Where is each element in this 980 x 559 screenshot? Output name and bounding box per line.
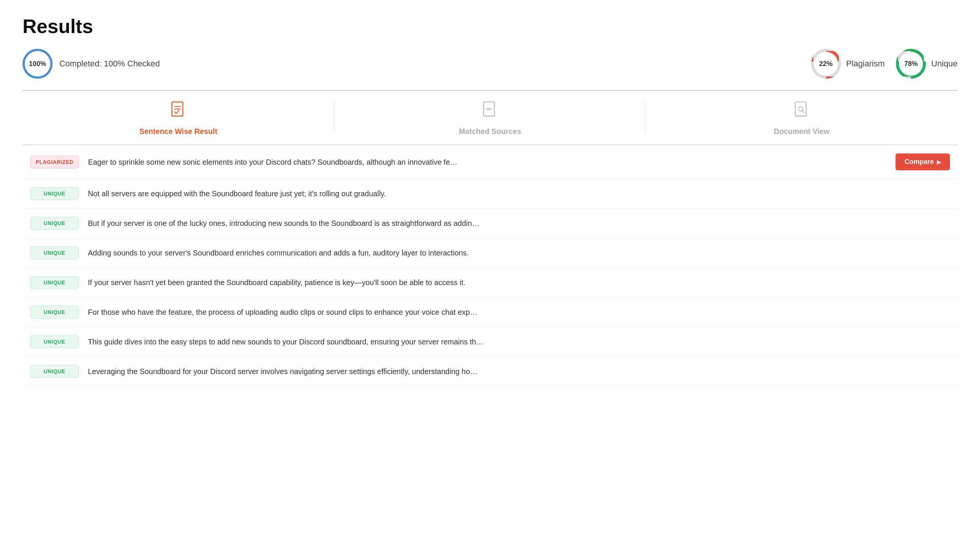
result-text: Eager to sprinkle some new sonic element… bbox=[88, 156, 887, 168]
plagiarism-circle: 22% bbox=[811, 49, 841, 79]
plagiarism-stat: 22% Plagiarism bbox=[811, 49, 885, 79]
result-text: But if your server is one of the lucky o… bbox=[88, 218, 950, 229]
result-row: UniqueBut if your server is one of the l… bbox=[23, 208, 957, 238]
badge-unique: Unique bbox=[30, 246, 79, 259]
badge-unique: Unique bbox=[30, 217, 79, 230]
badge-unique: Unique bbox=[30, 306, 79, 319]
plagiarism-label: Plagiarism bbox=[846, 59, 885, 69]
result-text: If your server hasn't yet been granted t… bbox=[88, 277, 950, 288]
svg-line-10 bbox=[803, 111, 804, 112]
matched-sources-icon bbox=[481, 101, 499, 123]
document-view-icon bbox=[793, 101, 811, 123]
unique-pct: 78% bbox=[904, 60, 918, 68]
tab-matched-sources[interactable]: Matched Sources bbox=[334, 91, 646, 144]
completed-pct: 100% bbox=[29, 60, 46, 68]
result-text: Leveraging the Soundboard for your Disco… bbox=[88, 366, 950, 377]
tabs: Sentence Wise Result Matched Sources Doc… bbox=[23, 91, 957, 145]
results-table: PLAGIARIZEDEager to sprinkle some new so… bbox=[23, 145, 957, 386]
result-row: UniqueFor those who have the feature, th… bbox=[23, 298, 957, 327]
tab-sentence-wise[interactable]: Sentence Wise Result bbox=[23, 91, 334, 144]
result-row: PLAGIARIZEDEager to sprinkle some new so… bbox=[23, 145, 957, 179]
progress-row: 100% Completed: 100% Checked 22% Plagiar… bbox=[23, 49, 957, 79]
unique-label: Unique bbox=[931, 59, 957, 69]
result-text: Not all servers are equipped with the So… bbox=[88, 188, 950, 199]
result-row: UniqueLeveraging the Soundboard for your… bbox=[23, 357, 957, 386]
tab-document-view-label: Document View bbox=[774, 127, 830, 136]
progress-right: 22% Plagiarism 78% Unique bbox=[811, 49, 957, 79]
tab-document-view[interactable]: Document View bbox=[646, 91, 957, 144]
progress-left: 100% Completed: 100% Checked bbox=[23, 49, 160, 79]
svg-rect-8 bbox=[795, 102, 806, 116]
badge-unique: Unique bbox=[30, 336, 79, 348]
unique-circle: 78% bbox=[896, 49, 926, 79]
result-row: UniqueAdding sounds to your server's Sou… bbox=[23, 238, 957, 268]
result-text: Adding sounds to your server's Soundboar… bbox=[88, 247, 950, 258]
badge-unique: Unique bbox=[30, 276, 79, 289]
tab-matched-sources-label: Matched Sources bbox=[459, 127, 521, 136]
result-text: For those who have the feature, the proc… bbox=[88, 306, 950, 318]
badge-unique: Unique bbox=[30, 187, 79, 200]
page-title: Results bbox=[23, 15, 957, 38]
badge-plagiarized: PLAGIARIZED bbox=[30, 156, 79, 169]
plagiarism-pct: 22% bbox=[819, 60, 833, 68]
result-row: UniqueIf your server hasn't yet been gra… bbox=[23, 268, 957, 298]
unique-stat: 78% Unique bbox=[896, 49, 957, 79]
result-row: UniqueThis guide dives into the easy ste… bbox=[23, 327, 957, 357]
compare-button[interactable]: Compare bbox=[895, 154, 950, 170]
completed-label: Completed: 100% Checked bbox=[59, 59, 160, 69]
result-row: UniqueNot all servers are equipped with … bbox=[23, 179, 957, 208]
tab-sentence-wise-label: Sentence Wise Result bbox=[139, 127, 217, 136]
sentence-wise-icon bbox=[169, 101, 187, 123]
badge-unique: Unique bbox=[30, 365, 79, 378]
result-text: This guide dives into the easy steps to … bbox=[88, 336, 950, 347]
completed-circle: 100% bbox=[23, 49, 53, 79]
